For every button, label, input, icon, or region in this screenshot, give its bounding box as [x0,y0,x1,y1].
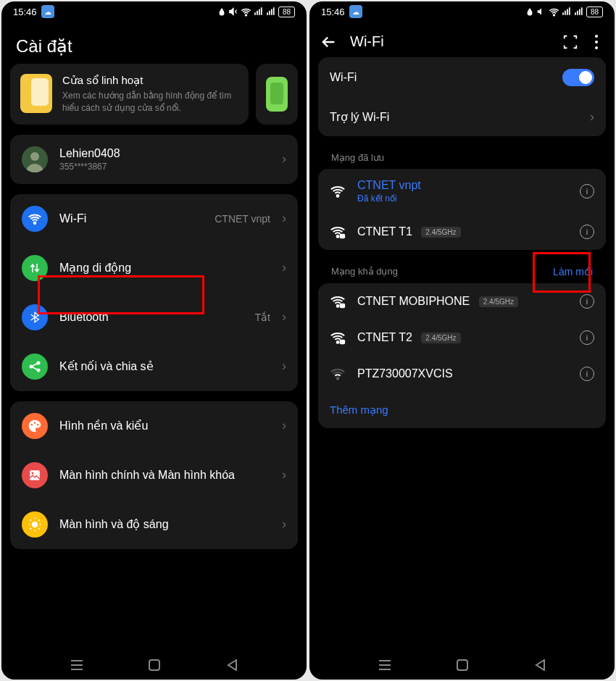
account-row[interactable]: Lehien0408 355****3867 › [10,135,298,184]
display-label: Màn hình và độ sáng [59,517,270,531]
signal-icon-2 [266,7,276,17]
svg-point-14 [553,14,554,15]
wifi-lock-icon [330,293,346,309]
nav-back-button[interactable] [533,658,547,672]
promo-card-flexwindow[interactable]: Cửa sổ linh hoạt Xem các hướng dẫn bằng … [10,64,249,125]
connection-share-row[interactable]: Kết nối và chia sẻ › [10,342,298,391]
water-drop-icon [525,7,534,16]
battery-indicator: 88 [278,7,295,17]
back-button[interactable] [321,34,337,50]
bluetooth-value: Tắt [255,312,270,323]
mute-icon [536,7,546,17]
mute-icon [228,7,238,17]
mobile-label: Mạng di động [59,261,270,275]
nav-recent-button[interactable] [70,658,84,672]
network-name: CTNET T1 [357,225,412,238]
more-button[interactable] [594,34,599,50]
svg-point-17 [595,46,598,49]
available-section-label: Mạng khả dụng [331,266,398,277]
refresh-button[interactable]: Làm mới [553,266,593,277]
network-row-ctnet-vnpt[interactable]: CTNET vnpt Đã kết nối i [318,169,606,214]
svg-rect-10 [30,470,40,480]
network-name: CTNET MOBIPHONE [357,295,470,307]
nav-home-button[interactable] [147,658,162,672]
signal-icon-2 [574,7,584,17]
weather-icon: ☁ [349,5,362,18]
info-icon[interactable]: i [580,294,594,309]
wifi-signal-icon [330,183,346,199]
palette-icon [22,413,48,439]
promo-title: Cửa sổ linh hoạt [62,74,238,87]
info-icon[interactable]: i [580,330,594,345]
add-network-button[interactable]: Thêm mạng [318,392,606,428]
svg-point-25 [337,377,339,380]
svg-point-23 [337,341,339,343]
wifi-lock-icon [330,330,346,346]
network-name: PTZ730007XVCIS [357,367,453,380]
svg-point-8 [34,422,36,424]
band-badge: 2.4/5GHz [421,333,460,343]
wifi-settings-row[interactable]: Wi-Fi CTNET vnpt › [10,194,298,243]
network-name: CTNET T2 [357,331,412,343]
chevron-right-icon: › [590,109,594,125]
saved-section-label: Mạng đã lưu [331,152,384,163]
phone-green-icon [266,77,288,112]
water-drop-icon [217,7,226,16]
band-badge: 2.4/5GHz [479,296,518,307]
network-row-ctnet-t1[interactable]: CTNET T1 2.4/5GHz i [318,214,606,250]
svg-point-12 [32,521,38,527]
signal-icon [254,7,264,17]
assistant-label: Trợ lý Wi-Fi [330,110,578,124]
wifi-screen: 15:46 ☁ 88 Wi-Fi Wi-Fi [309,1,615,680]
wifi-toggle-row[interactable]: Wi-Fi [318,57,606,98]
info-icon[interactable]: i [580,184,594,199]
network-row-ptz[interactable]: PTZ730007XVCIS i [318,356,606,392]
info-icon[interactable]: i [580,367,594,381]
svg-rect-13 [149,660,159,670]
window-icon [20,74,52,113]
brightness-icon [22,511,48,538]
nav-bar [309,651,615,680]
network-status: Đã kết nối [357,193,568,204]
promo-card-secondary[interactable] [256,64,298,125]
wallpaper-label: Hình nền và kiểu [59,419,270,433]
mobile-data-icon [22,255,48,281]
svg-point-11 [32,472,34,474]
wifi-icon [549,7,559,17]
network-row-mobiphone[interactable]: CTNET MOBIPHONE 2.4/5GHz i [318,283,606,319]
promo-subtitle: Xem các hướng dẫn bằng hình động để tìm … [62,90,238,114]
avatar-icon [22,146,48,172]
wifi-icon [241,7,251,17]
svg-point-19 [337,235,339,238]
network-row-ctnet-t2[interactable]: CTNET T2 2.4/5GHz i [318,319,606,356]
wifi-toggle-label: Wi-Fi [330,71,551,84]
svg-point-3 [34,222,36,224]
share-label: Kết nối và chia sẻ [59,359,270,373]
bluetooth-row[interactable]: Bluetooth Tắt › [10,293,298,342]
wallpaper-row[interactable]: Hình nền và kiểu › [10,401,298,451]
wifi-assistant-row[interactable]: Trợ lý Wi-Fi › [318,98,606,136]
svg-point-15 [595,35,598,38]
chevron-right-icon: › [282,467,286,482]
svg-point-16 [595,41,598,43]
chevron-right-icon: › [282,151,286,167]
chevron-right-icon: › [282,517,286,532]
info-icon[interactable]: i [580,225,594,239]
homescreen-row[interactable]: Màn hình chính và Màn hình khóa › [10,451,298,500]
status-time: 15:46 [13,7,37,17]
svg-point-21 [337,305,339,307]
qr-scan-button[interactable] [562,34,578,50]
image-icon [22,462,48,488]
nav-recent-button[interactable] [378,658,392,672]
page-title: Cài đặt [1,22,307,64]
svg-point-0 [245,14,246,15]
nav-back-button[interactable] [225,658,239,672]
display-row[interactable]: Màn hình và độ sáng › [10,500,298,549]
wifi-toggle[interactable] [562,69,594,86]
mobile-data-row[interactable]: Mạng di động › [10,243,298,293]
band-badge: 2.4/5GHz [421,227,460,238]
chevron-right-icon: › [282,359,286,374]
status-time: 15:46 [321,7,345,17]
status-bar: 15:46 ☁ 88 [309,1,615,22]
nav-home-button[interactable] [455,658,470,672]
